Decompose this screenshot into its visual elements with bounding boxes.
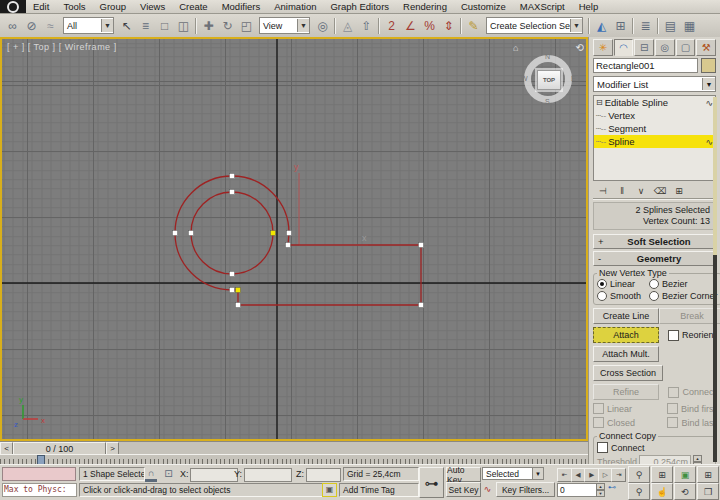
menu-group[interactable]: Group [93,0,133,13]
remove-modifier-button[interactable]: ⌫ [652,184,668,197]
add-time-tag[interactable]: Add Time Tag [339,483,419,497]
menu-tools[interactable]: Tools [56,0,92,13]
menu-edit[interactable]: Edit [26,0,56,13]
make-unique-button[interactable]: ∨ [633,184,649,197]
mirror-icon[interactable]: ◭ [592,16,611,35]
configure-modifier-sets-button[interactable]: ⊞ [671,184,687,197]
selection-lock-icon[interactable]: ∩ [145,468,157,482]
modifier-list-dropdown[interactable]: Modifier List ▼ [593,76,716,92]
go-to-end-button[interactable]: ⇥ [611,468,626,482]
tab-create[interactable]: ✳ [593,39,613,56]
rollout-soft-selection[interactable]: + Soft Selection [593,234,716,249]
refine-button[interactable]: Refine [593,384,659,400]
align-icon[interactable]: ⊞ [611,16,630,35]
zoom-button[interactable]: ⚲ [628,466,650,483]
selection-filter-dropdown[interactable]: All▼ [63,17,114,34]
spline-vertex[interactable] [189,231,194,236]
layer-manager-icon[interactable]: ≣ [636,16,655,35]
smooth-radio[interactable]: Smooth [597,291,649,301]
spline-first-vertex[interactable] [236,288,241,293]
auto-key-button[interactable]: Auto Key [446,467,481,482]
unlink-selection-icon[interactable]: ⊘ [22,16,41,35]
select-and-scale-icon[interactable]: ◰ [237,16,256,35]
key-mode-toggle-icon[interactable]: ⊷ [608,483,621,495]
key-mode-dropdown[interactable]: Selected ▼ [482,467,544,480]
reorient-checkbox[interactable]: Reorient [668,330,716,341]
set-keys-button[interactable]: ⊶ [419,467,444,498]
select-and-rotate-icon[interactable]: ↻ [218,16,237,35]
inner-circle-spline[interactable] [191,192,273,274]
menu-help[interactable]: Help [572,0,606,13]
zoom-all-button[interactable]: ⊞ [651,466,673,483]
tab-modify[interactable]: ◠ [614,39,634,56]
edit-named-selection-sets-icon[interactable]: ✎ [464,16,483,35]
bind-to-space-warp-icon[interactable]: ≈ [41,16,60,35]
tab-motion[interactable]: ◎ [655,39,675,56]
absolute-offset-mode-icon[interactable]: ⊡ [162,468,175,479]
spline-first-vertex[interactable] [271,231,276,236]
frame-spinner[interactable]: ▲▼ [596,483,605,497]
stack-row-editable-spline[interactable]: ⊟Editable Spline∿ [594,96,715,109]
x-coord-field[interactable] [190,468,238,482]
bind-first-checkbox[interactable]: Bind first [667,403,716,414]
spline-vertex[interactable] [286,243,291,248]
object-name-field[interactable]: Rectangle001 [593,58,698,73]
connect-checkbox[interactable]: Connect [668,387,716,398]
connect-copy-checkbox[interactable]: Connect [597,442,712,453]
spline-vertex[interactable] [236,303,241,308]
pin-stack-button[interactable]: ⊣ [595,184,611,197]
spline-vertex[interactable] [419,243,424,248]
orbit-button[interactable]: ⟲ [674,483,696,500]
stack-row-segment[interactable]: ┄--Segment [594,122,715,135]
viewcube-west-label[interactable]: W [521,75,528,82]
maxscript-mini-listener-output[interactable]: Max to Physc: [2,483,77,497]
viewcube-top-face[interactable]: TOP [537,70,561,90]
menu-create[interactable]: Create [172,0,215,13]
angle-snap-toggle-icon[interactable]: ∠ [401,16,420,35]
bind-last-checkbox[interactable]: Bind last [667,417,716,428]
stack-row-spline[interactable]: ┄--Spline∿ [594,135,715,148]
menu-maxscript[interactable]: MAXScript [513,0,572,13]
spline-vertex[interactable] [230,190,235,195]
set-key-button[interactable]: Set Key [446,482,481,497]
create-line-button[interactable]: Create Line [593,308,659,324]
tab-display[interactable]: ▢ [676,39,696,56]
spline-vertex[interactable] [230,288,235,293]
viewport-top-canvas[interactable]: yxyxz [ + ][ Top ][ Wireframe ] ⌂ ⟲ N S … [2,39,586,439]
viewport-pov-menu[interactable]: [ Top ] [28,42,56,52]
select-and-manipulate-icon[interactable]: ◬ [338,16,357,35]
window-crossing-toggle-icon[interactable]: ◫ [174,16,193,35]
command-panel-scrollbar[interactable] [713,97,717,462]
outer-arc-rectangle-spline[interactable] [175,176,421,305]
z-coord-field[interactable] [306,468,341,482]
viewcube-home-icon[interactable]: ⌂ [513,43,518,53]
viewcube-north-label[interactable]: N [545,53,550,60]
linear-checkbox[interactable]: Linear [593,403,632,414]
viewcube-rotate-icon[interactable]: ⟲ [576,42,584,53]
attach-mult-button[interactable]: Attach Mult. [593,346,659,362]
render-setup-icon[interactable]: ▦ [680,16,699,35]
menu-views[interactable]: Views [133,0,172,13]
keyboard-shortcut-override-icon[interactable]: ⇧ [357,16,376,35]
spline-vertex[interactable] [230,272,235,277]
closed-checkbox[interactable]: Closed [593,417,635,428]
expand-icon[interactable]: ⊟ [596,98,603,107]
viewcube-east-label[interactable]: E [571,75,576,82]
viewport-shading-menu[interactable]: [ Wireframe ] [59,42,117,52]
zoom-region-button[interactable]: ⚲ [628,483,650,500]
spline-vertex[interactable] [419,303,424,308]
maxscript-mini-listener-input[interactable] [2,467,76,481]
attach-button[interactable]: Attach [593,327,659,343]
show-end-result-button[interactable]: ‖ [614,184,630,197]
menu-modifiers[interactable]: Modifiers [215,0,268,13]
viewcube[interactable]: ⌂ ⟲ N S W E TOP [520,51,576,107]
named-selection-sets-dropdown[interactable]: Create Selection Se▼ [486,17,583,34]
bezier-radio[interactable]: Bezier [649,279,718,289]
tab-hierarchy[interactable]: ⊟ [634,39,654,56]
linear-radio[interactable]: Linear [597,279,649,289]
bezier-corner-radio[interactable]: Bezier Corner [649,291,718,301]
window-toggle-icon[interactable]: ▣ [322,483,337,497]
stack-row-vertex[interactable]: ┄--Vertex [594,109,715,122]
spline-vertex[interactable] [230,174,235,179]
reference-coordinate-dropdown[interactable]: View▼ [259,17,310,34]
